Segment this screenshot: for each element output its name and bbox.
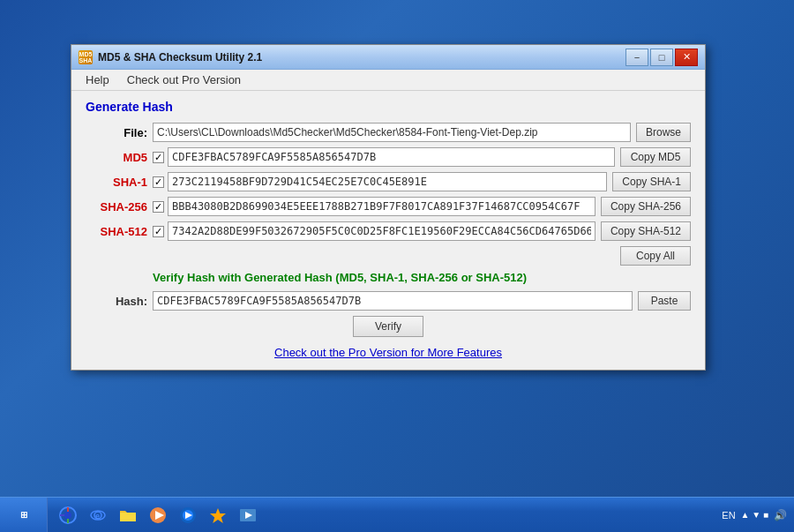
copy-sha256-button[interactable]: Copy SHA-256 — [601, 197, 691, 216]
menubar: Help Check out Pro Version — [71, 70, 705, 91]
sha1-input[interactable] — [168, 172, 607, 191]
content-area: Generate Hash File: Browse MD5 ✓ Copy MD… — [71, 91, 705, 370]
file-input[interactable] — [153, 123, 631, 142]
sha512-row: SHA-512 ✓ Copy SHA-512 — [86, 221, 691, 241]
md5-label: MD5 — [86, 151, 147, 164]
browse-button[interactable]: Browse — [636, 123, 691, 142]
verify-section: Verify Hash with Generated Hash (MD5, SH… — [86, 271, 691, 337]
copy-all-row: Copy All — [86, 246, 691, 266]
taskbar-pinned-icons: e — [48, 498, 268, 532]
taskbar-icon-film[interactable] — [235, 502, 261, 528]
svg-text:e: e — [95, 512, 100, 521]
copy-all-button[interactable]: Copy All — [620, 246, 691, 266]
sha512-field-wrapper: ✓ — [153, 221, 596, 241]
verify-button[interactable]: Verify — [353, 316, 423, 337]
svg-point-1 — [64, 512, 71, 519]
file-label: File: — [86, 126, 147, 139]
section-title: Generate Hash — [86, 100, 691, 114]
md5-field-wrapper: ✓ — [153, 147, 615, 167]
main-window: MD5SHA MD5 & SHA Checksum Utility 2.1 − … — [71, 44, 706, 371]
copy-sha512-button[interactable]: Copy SHA-512 — [601, 221, 691, 241]
sha512-checkbox[interactable]: ✓ — [153, 226, 164, 237]
sha256-row: SHA-256 ✓ Copy SHA-256 — [86, 197, 691, 216]
system-tray-icons: ▲ ▼ ■ — [741, 510, 768, 520]
window-title: MD5 & SHA Checksum Utility 2.1 — [98, 51, 625, 64]
sha256-field-wrapper: ✓ — [153, 197, 596, 216]
copy-md5-button[interactable]: Copy MD5 — [620, 147, 691, 167]
sha1-row: SHA-1 ✓ Copy SHA-1 — [86, 172, 691, 191]
taskbar-right: EN ▲ ▼ ■ 🔊 — [722, 509, 794, 521]
hash-label: Hash: — [86, 295, 147, 308]
close-button[interactable]: ✕ — [675, 49, 698, 66]
paste-button[interactable]: Paste — [638, 291, 691, 311]
taskbar-icon-ie[interactable]: e — [85, 502, 111, 528]
file-row: File: Browse — [86, 123, 691, 142]
volume-icon[interactable]: 🔊 — [774, 509, 787, 521]
verify-hash-row: Hash: Paste — [86, 291, 691, 311]
svg-marker-13 — [210, 508, 226, 523]
language-indicator: EN — [722, 510, 735, 521]
verify-hash-input[interactable] — [153, 291, 633, 311]
sha1-checkbox[interactable]: ✓ — [153, 176, 164, 188]
sha1-field-wrapper: ✓ — [153, 172, 607, 191]
taskbar-icon-folder[interactable] — [115, 502, 141, 528]
start-button[interactable]: ⊞ — [0, 498, 48, 533]
sha256-label: SHA-256 — [86, 200, 147, 214]
sha256-checkbox[interactable]: ✓ — [153, 201, 164, 213]
minimize-button[interactable]: − — [625, 49, 648, 66]
sha256-input[interactable] — [168, 197, 596, 216]
pro-link[interactable]: Check out the Pro Version for More Featu… — [86, 346, 691, 359]
taskbar-icon-media[interactable] — [145, 502, 171, 528]
md5-input[interactable] — [168, 147, 615, 167]
taskbar: ⊞ e — [0, 497, 794, 532]
taskbar-icon-wmp[interactable] — [175, 502, 201, 528]
sha1-label: SHA-1 — [86, 176, 147, 189]
sha512-label: SHA-512 — [86, 225, 147, 238]
taskbar-icon-chrome[interactable] — [55, 502, 81, 528]
menu-help[interactable]: Help — [79, 71, 116, 88]
verify-title: Verify Hash with Generated Hash (MD5, SH… — [86, 271, 691, 284]
sha512-input[interactable] — [168, 221, 596, 241]
titlebar: MD5SHA MD5 & SHA Checksum Utility 2.1 − … — [71, 45, 705, 70]
md5-row: MD5 ✓ Copy MD5 — [86, 147, 691, 167]
app-icon: MD5SHA — [79, 50, 93, 64]
md5-checkbox[interactable]: ✓ — [153, 152, 164, 163]
copy-sha1-button[interactable]: Copy SHA-1 — [612, 172, 691, 191]
verify-btn-row: Verify — [86, 316, 691, 337]
taskbar-icon-star[interactable] — [205, 502, 231, 528]
window-controls: − □ ✕ — [625, 49, 698, 66]
menu-pro[interactable]: Check out Pro Version — [120, 71, 248, 88]
restore-button[interactable]: □ — [650, 49, 673, 66]
